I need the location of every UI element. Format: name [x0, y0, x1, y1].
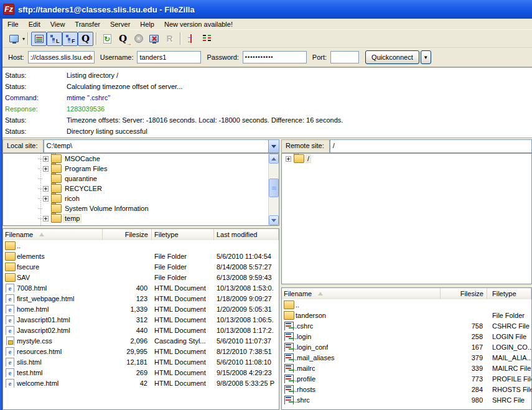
message-log-toggle[interactable] — [31, 32, 47, 46]
file-row[interactable]: Javascript02.html 440 HTML Document 10/1… — [3, 325, 279, 335]
scroll-up-button[interactable] — [269, 154, 279, 164]
file-row[interactable]: resources.html 29,995 HTML Document 8/12… — [3, 346, 279, 356]
file-row[interactable]: slis.html 12,181 HTML Document 5/6/2010 … — [3, 356, 279, 367]
expand-icon[interactable] — [286, 156, 291, 162]
local-tree-item[interactable]: ricoh — [3, 193, 279, 203]
file-row[interactable]: Javascript01.html 312 HTML Document 10/1… — [3, 314, 279, 325]
quickconnect-dropdown-button[interactable]: ▼ — [421, 50, 431, 64]
file-row[interactable]: test.html 269 HTML Document 9/15/2008 4:… — [3, 367, 279, 378]
file-row[interactable]: .. — [282, 299, 531, 310]
filter-button[interactable]: → ← — [184, 32, 199, 46]
menu-item[interactable]: Server — [105, 19, 135, 29]
file-row[interactable]: .shrc 980 SHRC File — [282, 394, 531, 405]
local-site-dropdown-button[interactable] — [268, 140, 279, 152]
queue-toggle[interactable]: Q — [78, 32, 93, 46]
quickconnect-button[interactable]: Quickconnect — [365, 50, 419, 64]
process-queue-button[interactable]: Q → — [115, 32, 131, 46]
local-tree-item[interactable]: Program Files — [3, 164, 279, 174]
tree-item-label: / — [306, 154, 311, 163]
local-tree-scrollbar[interactable] — [268, 154, 279, 225]
expand-icon[interactable] — [43, 156, 49, 162]
tree-connector — [38, 169, 42, 169]
file-size: 29,995 — [103, 348, 152, 355]
remote-file-list[interactable]: .. tanderson File Folder .cshrc — [281, 299, 532, 410]
status-log[interactable]: Status: Listing directory / Status: Calc… — [2, 67, 532, 138]
remote-tree-toggle[interactable]: F — [62, 32, 78, 46]
file-icon — [284, 385, 294, 394]
file-row[interactable]: .cshrc 758 CSHRC File — [282, 320, 531, 331]
column-header-filename[interactable]: Filename — [3, 229, 103, 240]
file-modified: 8/14/2008 5:57:27 — [214, 263, 279, 271]
file-row[interactable]: .login 258 LOGIN File — [282, 331, 531, 342]
log-message: Calculating timezone offset of server... — [67, 83, 182, 90]
local-site-combobox[interactable]: C:\temp\ — [44, 139, 279, 153]
menu-item[interactable]: Help — [135, 19, 159, 29]
reconnect-icon: R — [166, 34, 172, 44]
disconnect-button[interactable]: × — [146, 32, 162, 46]
reconnect-button[interactable]: R — [162, 32, 177, 46]
file-row[interactable]: 7008.html 400 HTML Document 10/13/2008 1… — [3, 282, 279, 293]
menu-item[interactable]: Transfer — [70, 19, 105, 29]
local-tree-toggle[interactable]: L — [47, 32, 62, 46]
column-header-filename[interactable]: Filename — [282, 288, 441, 299]
scroll-down-button[interactable] — [269, 215, 279, 225]
menu-item[interactable]: Edit — [24, 19, 45, 29]
file-row[interactable]: .mailrc 339 MAILRC File — [282, 363, 531, 373]
local-tree-item[interactable]: temp — [3, 213, 279, 223]
scroll-thumb[interactable] — [269, 179, 279, 197]
host-input[interactable] — [28, 51, 95, 63]
expand-icon[interactable] — [43, 166, 49, 172]
file-row[interactable]: SAV File Folder 6/13/2008 9:59:43 — [3, 272, 279, 282]
sort-ascending-icon — [39, 233, 44, 236]
cancel-button[interactable]: × — [131, 32, 146, 46]
column-header-filetype[interactable]: Filetype — [152, 229, 214, 240]
file-row[interactable]: fsecure File Folder 8/14/2008 5:57:27 — [3, 261, 279, 272]
file-name: .rhosts — [295, 386, 315, 393]
file-row[interactable]: welcome.html 42 HTML Document 9/8/2008 5… — [3, 378, 279, 388]
file-name: elements — [17, 253, 45, 260]
local-tree-item[interactable]: System Volume Information — [3, 203, 279, 213]
expand-icon[interactable] — [43, 216, 49, 221]
file-row[interactable]: .rhosts 284 RHOSTS File — [282, 384, 531, 394]
password-input[interactable] — [243, 51, 307, 63]
file-row[interactable]: .. — [3, 240, 279, 251]
refresh-button[interactable] — [100, 32, 115, 46]
local-file-list[interactable]: .. elements File Folder 5/6/2010 11:04:5… — [2, 240, 279, 410]
column-header-filesize[interactable]: Filesize — [441, 288, 487, 299]
menu-item[interactable]: View — [45, 19, 70, 29]
local-tree-item[interactable]: quarantine — [3, 174, 279, 184]
remote-tree-item[interactable]: / — [282, 154, 531, 164]
local-tree-item[interactable]: RECYCLER — [3, 184, 279, 193]
expand-icon[interactable] — [43, 196, 49, 202]
username-input[interactable] — [137, 51, 201, 63]
local-tree-panel[interactable]: MSOCache Program Files quarantine — [2, 153, 279, 226]
site-manager-dropdown-caret[interactable]: ▾ — [22, 36, 25, 42]
column-header-filetype[interactable]: Filetype — [487, 288, 531, 299]
column-header-filesize[interactable]: Filesize — [103, 229, 152, 240]
file-size: 284 — [441, 386, 487, 393]
file-row[interactable]: .login_conf 167 LOGIN_CO... — [282, 342, 531, 352]
file-row[interactable]: home.html 1,339 HTML Document 1/20/2009 … — [3, 304, 279, 314]
menu-item[interactable]: New version available! — [159, 19, 238, 29]
remote-tree-panel[interactable]: / — [281, 153, 532, 284]
local-tree-item[interactable]: MSOCache — [3, 154, 279, 164]
menu-item[interactable]: File — [2, 19, 24, 29]
file-row[interactable]: .profile 773 PROFILE File — [282, 373, 531, 384]
toolbar-separator — [180, 32, 181, 45]
port-input[interactable] — [330, 51, 359, 63]
directory-comparison-button[interactable] — [199, 32, 215, 46]
file-row[interactable]: elements File Folder 5/6/2010 11:04:54 — [3, 251, 279, 261]
site-manager-button[interactable] — [6, 32, 22, 46]
remote-site-combobox[interactable]: / — [330, 139, 532, 153]
expand-icon[interactable] — [43, 186, 49, 192]
column-header-last-modified[interactable]: Last modified — [214, 229, 279, 240]
title-bar[interactable]: Fz sftp://tanders1@classes.slis.lsu.edu … — [0, 0, 532, 19]
file-row[interactable]: mystyle.css 2,096 Cascading Styl... 5/6/… — [3, 335, 279, 346]
file-icon — [284, 375, 294, 383]
file-row[interactable]: tanderson File Folder — [282, 310, 531, 320]
filename-cell: resources.html — [3, 347, 103, 356]
filename-cell: first_webpage.html — [3, 294, 103, 303]
file-row[interactable]: first_webpage.html 123 HTML Document 1/1… — [3, 293, 279, 304]
file-type: HTML Document — [152, 348, 214, 355]
file-row[interactable]: .mail_aliases 379 MAIL_ALIA... — [282, 352, 531, 363]
